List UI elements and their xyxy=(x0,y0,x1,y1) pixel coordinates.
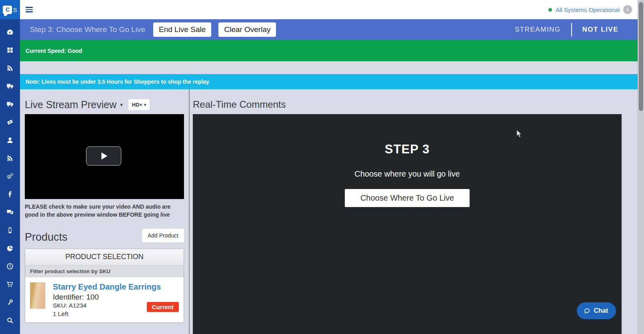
step-label: Step 3: Choose Where To Go Live xyxy=(30,25,145,34)
clear-overlay-button[interactable]: Clear Overlay xyxy=(218,22,276,37)
sidebar-item-coupons[interactable] xyxy=(0,118,20,126)
right-panel: Real-Time Comments STEP 3 Choose where y… xyxy=(190,89,638,334)
comments-panel: STEP 3 Choose where you will go live Cho… xyxy=(193,114,622,334)
video-preview xyxy=(25,114,184,199)
speed-banner-text: Current Speed: Good xyxy=(26,48,82,54)
app-logo[interactable]: C S xyxy=(0,0,20,19)
shipping-truck-icon xyxy=(6,82,14,90)
sidebar-item-setup[interactable] xyxy=(0,172,20,180)
mobile-icon xyxy=(6,226,14,234)
caret-down-icon: ▾ xyxy=(120,102,123,108)
sidebar-item-facebook[interactable] xyxy=(0,190,20,198)
chat-bubble-icon xyxy=(584,308,590,314)
speed-banner: Current Speed: Good xyxy=(20,40,638,61)
status-dot-icon xyxy=(548,8,552,12)
current-product-badge: Current xyxy=(147,302,179,312)
chat-button-label: Chat xyxy=(594,307,608,314)
banner-gap xyxy=(20,61,638,74)
filter-sku-input[interactable]: Filter product selection by SKU xyxy=(25,266,184,277)
sidebar-item-customers[interactable] xyxy=(0,136,20,144)
dashboard-icon xyxy=(6,28,14,36)
sidebar-item-cart[interactable] xyxy=(0,280,20,288)
sidebar-nav xyxy=(0,19,20,324)
sidebar-item-broadcast[interactable] xyxy=(0,154,20,162)
system-status-link[interactable]: All Systems Operational xyxy=(556,6,620,13)
broadcast-icon xyxy=(6,154,14,162)
sidebar-item-mobile-app[interactable] xyxy=(0,226,20,234)
sidebar-item-shipping[interactable] xyxy=(0,82,20,90)
key-icon xyxy=(6,298,14,306)
live-toolbar: Step 3: Choose Where To Go Live End Live… xyxy=(20,19,638,40)
status-divider xyxy=(571,23,572,36)
product-stock: 1 Left xyxy=(53,310,161,318)
live-stream-preview-title: Live Stream Preview xyxy=(25,99,116,111)
sidebar: C S xyxy=(0,0,20,334)
preview-warning-text: PLEASE check to make sure your video AND… xyxy=(25,203,182,219)
clock-icon xyxy=(6,262,14,270)
search-icon xyxy=(6,316,14,324)
chat-button[interactable]: Chat xyxy=(577,302,616,319)
sidebar-item-reports[interactable] xyxy=(0,244,20,252)
choose-where-to-go-live-button[interactable]: Choose Where To Go Live xyxy=(345,189,470,207)
sidebar-item-history[interactable] xyxy=(0,262,20,270)
sidebar-item-search[interactable] xyxy=(0,316,20,324)
sidebar-item-dashboard[interactable] xyxy=(0,28,20,36)
sidebar-item-api-key[interactable] xyxy=(0,298,20,306)
end-live-sale-button[interactable]: End Live Sale xyxy=(153,22,211,37)
product-list-item[interactable]: Starry Eyed Dangle Earrings Identifier: … xyxy=(25,277,184,322)
hamburger-menu-icon[interactable] xyxy=(26,7,33,12)
main-area: All Systems Operational i Step 3: Choose… xyxy=(20,0,638,334)
sidebar-item-fulfillment[interactable] xyxy=(0,100,20,108)
page-scrollbar[interactable] xyxy=(638,0,644,334)
cart-icon xyxy=(6,280,14,288)
live-stream-preview-dropdown[interactable]: Live Stream Preview ▾ xyxy=(25,99,123,111)
content-area: Live Stream Preview ▾ HD+ ▾ PLEASE check… xyxy=(20,89,638,334)
product-identifier: Identifier: 100 xyxy=(53,293,161,302)
scrollbar-thumb[interactable] xyxy=(639,2,643,111)
product-thumbnail xyxy=(30,282,45,309)
comments-icon xyxy=(6,208,14,216)
caret-down-icon: ▾ xyxy=(144,103,146,107)
pie-chart-icon xyxy=(6,244,14,252)
grid-icon xyxy=(6,46,14,54)
logo-letter-c: C xyxy=(6,6,10,13)
facebook-icon xyxy=(6,190,14,198)
left-panel: Live Stream Preview ▾ HD+ ▾ PLEASE check… xyxy=(20,89,189,334)
products-title: Products xyxy=(25,231,68,243)
add-product-button[interactable]: Add Product xyxy=(142,229,184,242)
logo-bubble-icon: C xyxy=(3,6,12,14)
info-icon[interactable]: i xyxy=(623,5,632,14)
quality-label: HD+ xyxy=(132,102,142,108)
streaming-status: STREAMING xyxy=(515,26,561,34)
sidebar-item-feed[interactable] xyxy=(0,64,20,72)
not-live-status: NOT LIVE xyxy=(582,26,618,34)
delivery-truck-icon xyxy=(6,100,14,108)
product-sku: SKU: A1234 xyxy=(53,302,161,309)
product-name-link[interactable]: Starry Eyed Dangle Earrings xyxy=(53,282,161,292)
feed-icon xyxy=(6,64,14,72)
play-button[interactable] xyxy=(86,147,121,166)
ticket-icon xyxy=(6,118,14,126)
top-header: All Systems Operational i xyxy=(20,0,638,19)
user-icon xyxy=(6,136,14,144)
gears-icon xyxy=(6,172,14,180)
logo-letter-s: S xyxy=(13,6,17,13)
step-subtitle: Choose where you will go live xyxy=(354,169,460,179)
realtime-comments-title: Real-Time Comments xyxy=(193,99,622,110)
quality-selector[interactable]: HD+ ▾ xyxy=(128,99,150,110)
sidebar-item-grid[interactable] xyxy=(0,46,20,54)
note-banner: Note: Lives must be under 3.5 Hours for … xyxy=(20,74,638,89)
note-banner-text: Note: Lives must be under 3.5 Hours for … xyxy=(26,78,209,85)
product-selection-panel: PRODUCT SELECTION Filter product selecti… xyxy=(25,249,184,323)
sidebar-item-comments[interactable] xyxy=(0,208,20,216)
step-heading: STEP 3 xyxy=(385,142,430,157)
product-selection-header[interactable]: PRODUCT SELECTION xyxy=(25,249,184,266)
